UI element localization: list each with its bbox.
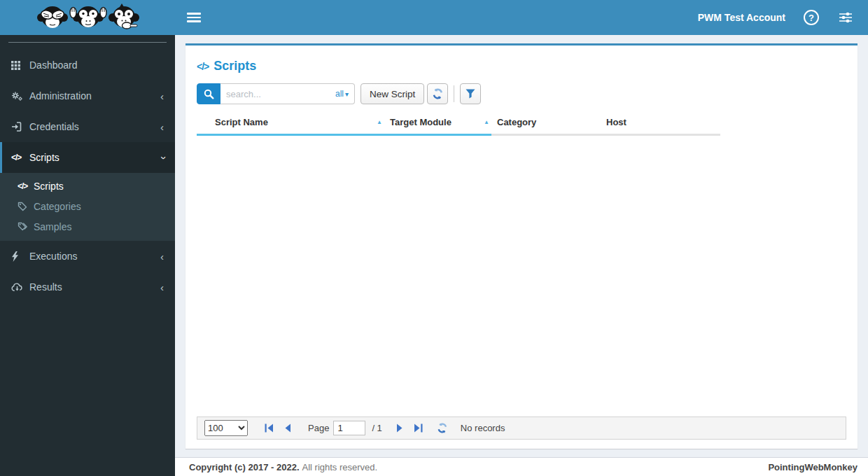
sidebar-item-label: Credentials bbox=[29, 121, 79, 132]
column-header-category[interactable]: Category bbox=[491, 114, 601, 136]
sidebar-item-executions[interactable]: Executions ‹ bbox=[0, 241, 175, 272]
records-status: No records bbox=[461, 423, 505, 433]
page-title: </> Scripts bbox=[197, 59, 846, 74]
sidebar-toggle-button[interactable] bbox=[187, 13, 201, 22]
code-icon: </> bbox=[11, 153, 29, 162]
filter-button[interactable] bbox=[460, 83, 481, 104]
table-body-empty bbox=[197, 136, 846, 416]
search-field: all▾ bbox=[220, 83, 355, 104]
brand-name: PointingWebMonkey bbox=[768, 462, 858, 472]
sort-asc-icon: ▲ bbox=[484, 119, 489, 125]
code-icon: </> bbox=[18, 181, 34, 191]
dashboard-grid-icon bbox=[11, 61, 29, 70]
search-icon bbox=[204, 89, 214, 99]
sidebar-divider bbox=[8, 42, 167, 43]
next-page-button[interactable] bbox=[395, 424, 404, 433]
refresh-icon bbox=[432, 88, 444, 99]
column-header-script-name[interactable]: Script Name ▲ bbox=[197, 114, 384, 136]
sidebar-item-credentials[interactable]: Credentials ‹ bbox=[0, 111, 175, 142]
logo[interactable] bbox=[0, 0, 175, 35]
copyright-text: Copyright (c) 2017 - 2022.All rights res… bbox=[189, 462, 377, 472]
page-total: / 1 bbox=[372, 423, 382, 433]
table-header: Script Name ▲ Target Module ▲ Category H… bbox=[197, 114, 720, 136]
sidebar-item-dashboard[interactable]: Dashboard bbox=[0, 50, 175, 80]
lightning-bolt-icon bbox=[11, 251, 29, 262]
pagination-bar: 100 Page / 1 No records bbox=[197, 416, 846, 440]
sidebar-item-label: Scripts bbox=[29, 152, 59, 163]
account-menu[interactable]: PWM Test Account bbox=[698, 12, 785, 23]
settings-sliders-icon[interactable] bbox=[839, 12, 853, 23]
submenu-item-label: Scripts bbox=[34, 181, 64, 192]
last-page-button[interactable] bbox=[414, 424, 423, 433]
footer: Copyright (c) 2017 - 2022.All rights res… bbox=[175, 457, 868, 476]
code-icon: </> bbox=[197, 61, 209, 72]
gears-icon bbox=[11, 91, 29, 102]
caret-down-icon: ▾ bbox=[345, 90, 349, 98]
scripts-panel: </> Scripts all▾ New Script Script Name bbox=[186, 43, 858, 449]
filter-icon bbox=[465, 89, 475, 99]
submenu-item-label: Categories bbox=[34, 201, 81, 212]
previous-page-button[interactable] bbox=[284, 424, 293, 433]
new-script-button[interactable]: New Script bbox=[360, 83, 424, 104]
submenu-item-scripts[interactable]: </> Scripts bbox=[0, 176, 175, 196]
sign-in-icon bbox=[11, 122, 29, 132]
column-header-host[interactable]: Host bbox=[601, 114, 720, 136]
sidebar-item-label: Administration bbox=[29, 90, 92, 102]
help-icon[interactable]: ? bbox=[804, 10, 819, 25]
chevron-left-icon: ‹ bbox=[160, 91, 164, 102]
sidebar-item-scripts[interactable]: </> Scripts ‹ bbox=[0, 142, 175, 173]
sidebar-item-label: Results bbox=[29, 281, 62, 293]
scripts-submenu: </> Scripts Categories Samples bbox=[0, 173, 175, 241]
topbar: PWM Test Account ? bbox=[0, 0, 868, 35]
chevron-left-icon: ‹ bbox=[160, 122, 164, 132]
tag-icon bbox=[18, 202, 34, 211]
tags-icon bbox=[18, 222, 34, 232]
page-size-select[interactable]: 100 bbox=[204, 420, 248, 436]
sidebar-item-results[interactable]: Results ‹ bbox=[0, 272, 175, 302]
navbar: PWM Test Account ? bbox=[175, 0, 868, 35]
submenu-item-categories[interactable]: Categories bbox=[0, 196, 175, 216]
chevron-down-icon: ‹ bbox=[157, 156, 167, 160]
toolbar: all▾ New Script bbox=[197, 83, 846, 104]
three-monkeys-icon bbox=[35, 3, 140, 32]
sidebar-item-label: Executions bbox=[29, 251, 77, 262]
chevron-left-icon: ‹ bbox=[160, 282, 164, 293]
cloud-download-icon bbox=[11, 283, 29, 292]
chevron-left-icon: ‹ bbox=[160, 251, 164, 262]
toolbar-divider bbox=[454, 85, 454, 102]
sidebar-item-label: Dashboard bbox=[29, 59, 78, 71]
submenu-item-label: Samples bbox=[34, 221, 71, 232]
column-header-target-module[interactable]: Target Module ▲ bbox=[384, 114, 491, 136]
submenu-item-samples[interactable]: Samples bbox=[0, 216, 175, 237]
refresh-icon bbox=[437, 423, 448, 433]
sort-asc-icon: ▲ bbox=[377, 119, 382, 125]
pager-refresh-button[interactable] bbox=[437, 423, 448, 433]
search-button[interactable] bbox=[197, 83, 220, 104]
page-number-input[interactable] bbox=[333, 421, 365, 435]
refresh-button[interactable] bbox=[427, 83, 448, 104]
content-area: </> Scripts all▾ New Script Script Name bbox=[175, 35, 868, 476]
search-scope-dropdown[interactable]: all▾ bbox=[335, 89, 354, 99]
first-page-button[interactable] bbox=[265, 424, 274, 433]
page-label: Page bbox=[308, 423, 329, 433]
sidebar-item-administration[interactable]: Administration ‹ bbox=[0, 80, 175, 111]
search-input[interactable] bbox=[220, 89, 335, 99]
sidebar: Dashboard Administration ‹ Credentials ‹… bbox=[0, 35, 175, 476]
